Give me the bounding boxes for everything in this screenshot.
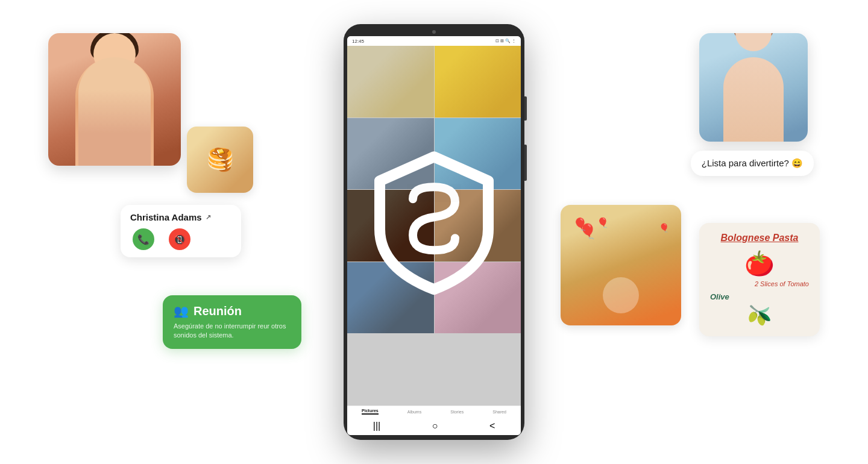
caller-name-row: Christina Adams ↗ [130, 212, 231, 222]
meeting-people-icon: 👥 [174, 304, 189, 318]
more-options-icon[interactable]: ⋮ [512, 39, 516, 43]
recent-apps-button[interactable]: ||| [373, 421, 380, 431]
tablet-device: 12:45 ⊡ ⊞ 🔍 ⋮ [344, 24, 524, 440]
recipe-olive-label: Olive [710, 292, 809, 301]
balloon-icon: 🎈 [573, 217, 588, 231]
meeting-description: Asegúrate de no interrumpir reur otros s… [174, 322, 291, 340]
left-person-photo [48, 33, 181, 166]
gallery-grid [347, 46, 521, 406]
tablet-volume-button [524, 145, 527, 181]
right-person-photo [699, 33, 808, 142]
decline-call-button[interactable]: 📵 [169, 228, 190, 250]
tablet-camera [432, 30, 436, 34]
phone-decline-icon: 📵 [174, 234, 186, 245]
meeting-card: 👥 Reunión Asegúrate de no interrumpir re… [163, 295, 301, 349]
balloon-icon-2: 🎈 [597, 217, 609, 228]
recipe-ingredient-1: 2 Slices of Tomato [710, 280, 809, 287]
gallery-cell-beach[interactable] [435, 118, 521, 190]
gallery-cell-cyclist[interactable] [347, 262, 434, 334]
chat-message-text: ¿Lista para divertirte? 😄 [702, 158, 803, 168]
food-photo: 🥞 [187, 127, 253, 193]
tab-pictures[interactable]: Pictures [362, 409, 379, 415]
meeting-title-text: Reunión [193, 304, 242, 318]
gallery-cell-pingpong[interactable] [347, 118, 434, 190]
screenshot-icon: ⊞ [500, 39, 504, 43]
tab-shared[interactable]: Shared [492, 410, 506, 414]
recipe-title: Bolognese Pasta [710, 233, 809, 243]
recipe-card: Bolognese Pasta 🍅 2 Slices of Tomato Oli… [699, 223, 820, 336]
system-nav-bar: ||| ○ < [347, 416, 521, 435]
call-card: Christina Adams ↗ 📞 📵 [121, 205, 241, 257]
accept-call-button[interactable]: 📞 [133, 228, 154, 250]
gallery-cell-yellow[interactable] [435, 46, 521, 118]
home-button[interactable]: ○ [432, 421, 438, 431]
status-bar: 12:45 ⊡ ⊞ 🔍 ⋮ [347, 36, 521, 46]
tab-albums[interactable]: Albums [407, 410, 421, 414]
gallery-cell-group[interactable] [435, 262, 521, 334]
caller-name: Christina Adams [130, 212, 202, 222]
gallery-cell-selfie[interactable] [347, 190, 434, 262]
balloon-icon-3: 🎈 [659, 223, 669, 233]
olive-icon: 🫒 [710, 304, 809, 327]
status-icons: ⊡ ⊞ 🔍 ⋮ [495, 39, 516, 43]
search-icon[interactable]: 🔍 [505, 39, 511, 43]
call-buttons-row: 📞 📵 [130, 228, 231, 250]
gallery-tab-bar: Pictures Albums Stories Shared [347, 406, 521, 416]
phone-accept-icon: 📞 [137, 234, 149, 245]
gallery-cell-food[interactable] [347, 46, 434, 118]
chat-message-bubble: ¿Lista para divertirte? 😄 [691, 151, 814, 176]
meeting-title-row: 👥 Reunión [174, 304, 291, 318]
screen-record-icon: ⊡ [495, 39, 499, 43]
external-link-icon: ↗ [206, 213, 211, 221]
tab-stories[interactable]: Stories [450, 410, 464, 414]
gallery-cell-outdoor[interactable] [435, 190, 521, 262]
tablet-power-button [524, 96, 527, 121]
main-scene: 🥞 Christina Adams ↗ 📞 📵 👥 Reunión Asegúr… [0, 0, 868, 464]
back-button[interactable]: < [489, 421, 495, 431]
tablet-screen: 12:45 ⊡ ⊞ 🔍 ⋮ [347, 36, 521, 435]
tomato-icon: 🍅 [710, 249, 809, 278]
pancakes-emoji: 🥞 [207, 147, 234, 172]
outdoor-balloons-photo: 🎈 🎈 🎈 [561, 205, 681, 325]
status-time: 12:45 [352, 39, 364, 44]
